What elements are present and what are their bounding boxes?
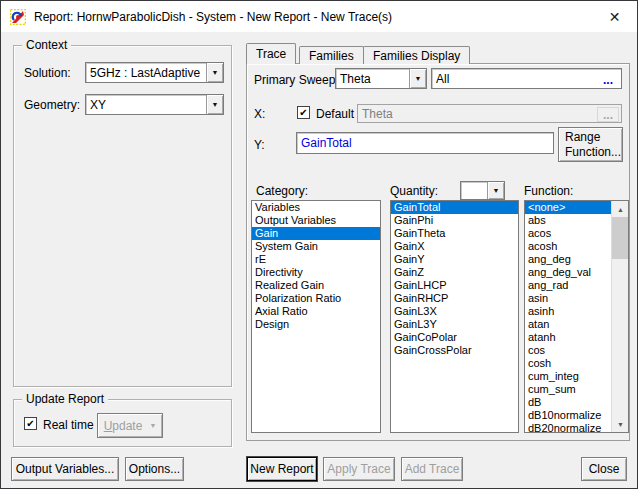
list-item[interactable]: GainX <box>391 240 518 253</box>
check-icon: ✔ <box>299 108 307 118</box>
function-label: Function: <box>524 184 573 198</box>
function-scrollbar[interactable]: ▲ ▼ <box>611 201 628 432</box>
list-item[interactable]: GainL3Y <box>391 318 518 331</box>
list-item[interactable]: GainTheta <box>391 227 518 240</box>
range-function-button[interactable]: Range Function... <box>558 127 623 162</box>
quantity-listbox[interactable]: GainTotalGainPhiGainThetaGainXGainYGainZ… <box>390 200 519 433</box>
x-axis-label: X: <box>254 107 265 121</box>
list-item[interactable]: Design <box>252 318 380 331</box>
sweep-range-ellipsis-button[interactable]: ... <box>597 72 619 87</box>
tab-families-display[interactable]: Families Display <box>363 46 470 64</box>
chevron-down-icon[interactable]: ▼ <box>409 69 426 88</box>
list-item[interactable]: GainPhi <box>391 214 518 227</box>
apply-trace-button: Apply Trace <box>323 457 395 481</box>
chevron-down-icon: ▼ <box>149 422 156 429</box>
geometry-combobox[interactable]: XY ▼ <box>85 94 224 115</box>
x-ellipsis-button: ... <box>597 107 619 122</box>
list-item[interactable]: GainL3X <box>391 305 518 318</box>
update-button-label-rest: pdate <box>112 419 142 433</box>
x-value-field: Theta ... <box>357 104 622 123</box>
window-title: Report: HornwParabolicDish - System - Ne… <box>34 10 392 24</box>
quantity-combo-value <box>461 182 487 199</box>
chevron-down-icon[interactable]: ▼ <box>206 63 223 82</box>
update-button-label-first: U <box>104 419 113 433</box>
real-time-checkbox[interactable]: ✔ <box>24 417 37 430</box>
list-item[interactable]: GainLHCP <box>391 279 518 292</box>
list-item[interactable]: GainCrossPolar <box>391 344 518 357</box>
y-value: GainTotal <box>301 136 352 150</box>
quantity-label: Quantity: <box>390 184 438 198</box>
quantity-combobox[interactable]: ▼ <box>460 181 505 200</box>
y-value-field[interactable]: GainTotal <box>296 132 554 154</box>
check-icon: ✔ <box>26 419 34 429</box>
primary-sweep-value: Theta <box>336 69 409 88</box>
list-item[interactable]: Axial Ratio <box>252 305 380 318</box>
geometry-label: Geometry: <box>24 98 80 112</box>
context-legend: Context <box>22 38 71 52</box>
list-item[interactable]: GainZ <box>391 266 518 279</box>
chevron-down-icon[interactable]: ▼ <box>206 95 223 114</box>
solution-value: 5GHz : LastAdaptive <box>86 63 206 82</box>
range-function-button-line2: Function... <box>565 145 621 160</box>
options-button[interactable]: Options... <box>125 457 184 481</box>
sweep-range-value: All <box>436 72 449 86</box>
new-report-button[interactable]: New Report <box>247 457 317 481</box>
scroll-up-icon[interactable]: ▲ <box>612 201 629 217</box>
solution-combobox[interactable]: 5GHz : LastAdaptive ▼ <box>85 62 224 83</box>
scroll-down-icon[interactable]: ▼ <box>612 416 629 432</box>
chevron-down-icon[interactable]: ▼ <box>487 182 504 199</box>
list-item[interactable]: Realized Gain <box>252 279 380 292</box>
update-report-group: Update Report ✔ Real time Update ▼ <box>13 399 232 447</box>
solution-label: Solution: <box>24 66 71 80</box>
category-label: Category: <box>256 184 308 198</box>
primary-sweep-combobox[interactable]: Theta ▼ <box>335 68 427 89</box>
close-button[interactable]: Close <box>581 457 627 481</box>
update-report-legend: Update Report <box>22 392 108 406</box>
y-axis-label: Y: <box>254 138 265 152</box>
list-item[interactable]: GainRHCP <box>391 292 518 305</box>
primary-sweep-label: Primary Sweep: <box>254 73 339 87</box>
report-icon <box>10 9 26 25</box>
list-item[interactable]: Directivity <box>252 266 380 279</box>
report-dialog: Report: HornwParabolicDish - System - Ne… <box>0 0 638 489</box>
range-function-button-line1: Range <box>565 130 600 145</box>
list-item[interactable]: Gain <box>252 227 380 240</box>
tab-families[interactable]: Families <box>299 46 364 64</box>
category-listbox[interactable]: VariablesOutput VariablesGainSystem Gain… <box>251 200 381 433</box>
geometry-value: XY <box>86 95 206 114</box>
close-icon[interactable]: ✕ <box>592 1 637 32</box>
list-item[interactable]: GainTotal <box>391 201 518 214</box>
list-item[interactable]: GainY <box>391 253 518 266</box>
real-time-label: Real time <box>43 418 94 432</box>
list-item[interactable]: Output Variables <box>252 214 380 227</box>
add-trace-button: Add Trace <box>401 457 463 481</box>
x-value: Theta <box>362 107 393 121</box>
function-listbox[interactable]: ▲ ▼ <none>absacosacoshang_degang_deg_val… <box>524 200 629 433</box>
default-checkbox[interactable]: ✔ <box>297 106 310 119</box>
list-item[interactable]: rE <box>252 253 380 266</box>
default-checkbox-label: Default <box>316 107 354 121</box>
tab-trace[interactable]: Trace <box>246 43 296 64</box>
list-item[interactable]: Variables <box>252 201 380 214</box>
scrollbar-thumb[interactable] <box>612 217 629 259</box>
list-item[interactable]: GainCoPolar <box>391 331 518 344</box>
output-variables-button[interactable]: Output Variables... <box>11 457 119 481</box>
list-item[interactable]: System Gain <box>252 240 380 253</box>
update-button: Update ▼ <box>97 413 163 438</box>
title-bar: Report: HornwParabolicDish - System - Ne… <box>1 1 637 32</box>
list-item[interactable]: Polarization Ratio <box>252 292 380 305</box>
sweep-range-field[interactable]: All ... <box>431 68 622 89</box>
context-group: Context Solution: 5GHz : LastAdaptive ▼ … <box>13 45 232 387</box>
